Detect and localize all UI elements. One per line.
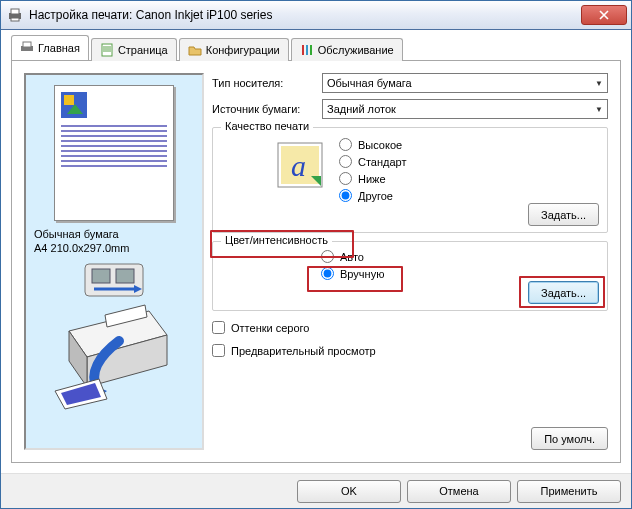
window-title: Настройка печати: Canon Inkjet iP100 ser… (29, 8, 272, 22)
svg-rect-6 (302, 45, 304, 55)
paper-source-value: Задний лоток (327, 103, 396, 115)
tab-label: Обслуживание (318, 44, 394, 56)
svg-rect-8 (310, 45, 312, 55)
page-icon (100, 43, 114, 57)
svg-rect-5 (102, 44, 112, 56)
svg-rect-10 (64, 95, 74, 105)
ok-button[interactable]: OK (297, 480, 401, 503)
preview-size: A4 210.0x297.0mm (34, 241, 129, 255)
titlebar: Настройка печати: Canon Inkjet iP100 ser… (1, 1, 631, 30)
print-settings-window: Настройка печати: Canon Inkjet iP100 ser… (0, 0, 632, 509)
quality-group: Качество печати a Высокое Стандарт Ниже … (212, 127, 608, 233)
tab-label: Конфигурации (206, 44, 280, 56)
quality-set-button[interactable]: Задать... (528, 203, 599, 226)
quality-sample-icon: a (277, 142, 323, 188)
chevron-down-icon: ▼ (595, 105, 603, 114)
tab-panel-main: Обычная бумага A4 210.0x297.0mm (11, 60, 621, 463)
printer-icon (20, 41, 34, 55)
color-manual-radio[interactable]: Вручную (321, 267, 599, 280)
color-auto-radio[interactable]: Авто (321, 250, 599, 263)
svg-rect-2 (11, 18, 19, 21)
preview-checkbox[interactable]: Предварительный просмотр (212, 344, 608, 357)
close-button[interactable] (581, 5, 627, 25)
tab-label: Главная (38, 42, 80, 54)
apply-button[interactable]: Применить (517, 480, 621, 503)
preview-column: Обычная бумага A4 210.0x297.0mm (24, 73, 204, 450)
media-type-select[interactable]: Обычная бумага ▼ (322, 73, 608, 93)
tab-maintenance[interactable]: Обслуживание (291, 38, 403, 61)
sample-image-icon (61, 92, 87, 118)
page-preview (54, 85, 174, 221)
media-type-label: Тип носителя: (212, 77, 322, 89)
media-type-value: Обычная бумага (327, 77, 412, 89)
svg-rect-13 (92, 269, 110, 283)
preview-info: Обычная бумага A4 210.0x297.0mm (32, 227, 129, 255)
paper-source-label: Источник бумаги: (212, 103, 322, 115)
tab-main[interactable]: Главная (11, 35, 89, 60)
quality-standard-radio[interactable]: Стандарт (339, 155, 407, 168)
cancel-button[interactable]: Отмена (407, 480, 511, 503)
grayscale-checkbox[interactable]: Оттенки серого (212, 321, 608, 334)
quality-other-radio[interactable]: Другое (339, 189, 407, 202)
svg-rect-4 (23, 42, 31, 47)
tools-icon (300, 43, 314, 57)
printer-icon (7, 7, 23, 23)
color-set-button[interactable]: Задать... (528, 281, 599, 304)
tab-page[interactable]: Страница (91, 38, 177, 61)
svg-rect-14 (116, 269, 134, 283)
color-label: Цвет/интенсивность (221, 234, 332, 246)
chevron-down-icon: ▼ (595, 79, 603, 88)
defaults-button[interactable]: По умолч. (531, 427, 608, 450)
settings-column: Тип носителя: Обычная бумага ▼ Источник … (212, 73, 608, 450)
quality-label: Качество печати (221, 120, 313, 132)
folder-icon (188, 43, 202, 57)
tab-label: Страница (118, 44, 168, 56)
svg-rect-7 (306, 45, 308, 55)
tab-config[interactable]: Конфигурации (179, 38, 289, 61)
close-icon (599, 10, 609, 20)
preview-mode-icons (84, 263, 144, 297)
quality-high-radio[interactable]: Высокое (339, 138, 407, 151)
svg-rect-1 (11, 9, 19, 14)
preview-media: Обычная бумага (34, 227, 129, 241)
paper-source-select[interactable]: Задний лоток ▼ (322, 99, 608, 119)
tab-strip: Главная Страница Конфигурации Обслуживан… (11, 38, 621, 60)
layout-icon[interactable] (84, 263, 144, 297)
preview-box: Обычная бумага A4 210.0x297.0mm (24, 73, 204, 450)
color-group: Цвет/интенсивность Авто Вручную Задать..… (212, 241, 608, 311)
printer-illustration (49, 301, 179, 411)
svg-text:a: a (291, 149, 306, 182)
quality-low-radio[interactable]: Ниже (339, 172, 407, 185)
client-area: Главная Страница Конфигурации Обслуживан… (1, 30, 631, 473)
dialog-buttons: OK Отмена Применить (1, 473, 631, 508)
